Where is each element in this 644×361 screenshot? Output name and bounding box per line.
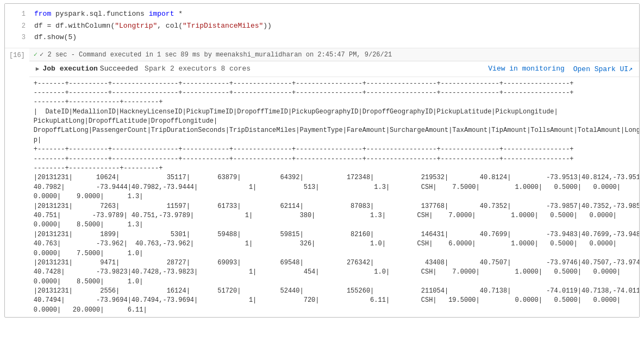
execution-status-bar: ✓ ✓ 2 sec - Command executed in 1 sec 89… bbox=[29, 48, 639, 61]
view-monitoring-link[interactable]: View in monitoring bbox=[488, 65, 564, 73]
code-line-1: 1 from pyspark.sql.functions import * bbox=[5, 8, 639, 20]
line-number-1: 1 bbox=[9, 9, 26, 19]
cell-number: [16] bbox=[5, 48, 29, 59]
exec-status-text: ✓ 2 sec - Command executed in 1 sec 89 m… bbox=[40, 50, 392, 59]
code-text-2: df = df.withColumn("Longtrip", col("Trip… bbox=[34, 21, 272, 31]
execution-status-row: [16] ✓ ✓ 2 sec - Command executed in 1 s… bbox=[5, 48, 639, 318]
code-area: 1 from pyspark.sql.functions import * 2 … bbox=[5, 4, 639, 48]
line-number-2: 2 bbox=[9, 21, 26, 31]
notebook-cell: 1 from pyspark.sql.functions import * 2 … bbox=[4, 3, 640, 318]
code-text-3: df.show(5) bbox=[34, 32, 77, 43]
output-area: +-------+----------+-----------------+--… bbox=[29, 77, 639, 318]
code-text-1: from pyspark.sql.functions import * bbox=[34, 9, 183, 20]
open-spark-ui-link[interactable]: Open Spark UI↗ bbox=[573, 65, 633, 73]
cell-right: ✓ ✓ 2 sec - Command executed in 1 sec 89… bbox=[29, 48, 639, 318]
expand-arrow-icon[interactable]: ▶ bbox=[36, 65, 40, 72]
job-status: Succeeded bbox=[100, 65, 138, 73]
job-label: Job execution bbox=[42, 65, 97, 73]
job-links: View in monitoring Open Spark UI↗ bbox=[488, 65, 633, 73]
line-number-3: 3 bbox=[9, 33, 26, 42]
spark-info: Spark 2 executors 8 cores bbox=[145, 65, 251, 73]
code-line-3: 3 df.show(5) bbox=[5, 31, 639, 43]
code-line-2: 2 df = df.withColumn("Longtrip", col("Tr… bbox=[5, 20, 639, 32]
job-execution-bar: ▶ Job execution Succeeded Spark 2 execut… bbox=[29, 61, 639, 77]
check-icon: ✓ bbox=[34, 50, 37, 59]
